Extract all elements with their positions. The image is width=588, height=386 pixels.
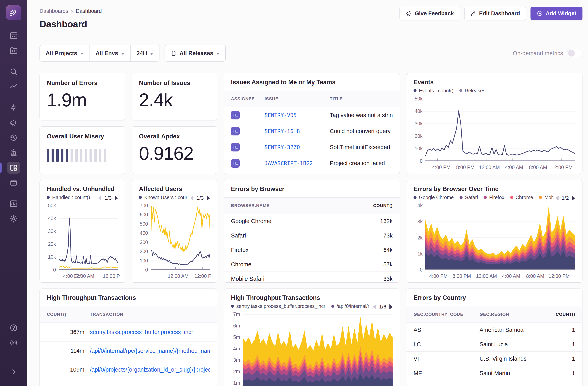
projects-filter[interactable]: All Projects bbox=[40, 45, 89, 61]
legend-dot-icon bbox=[460, 196, 462, 199]
envs-filter[interactable]: All Envs bbox=[89, 45, 130, 61]
assignee-avatar[interactable]: TE bbox=[231, 159, 240, 168]
table-header: geo.country_code geo.region count() bbox=[406, 306, 582, 323]
pager-next-icon[interactable] bbox=[207, 196, 210, 201]
legend-item[interactable]: Chrome bbox=[510, 195, 533, 200]
widget-title: Overall User Misery bbox=[47, 133, 118, 140]
widget-errors-by-country[interactable]: Errors by Country geo.country_code geo.r… bbox=[406, 289, 583, 386]
widget-high-throughput-table[interactable]: High Throughput Transactions count() tra… bbox=[40, 289, 217, 386]
widget-errors-by-browser-over-time[interactable]: Errors by Browser Over Time Google Chrom… bbox=[406, 180, 583, 283]
y-axis-labels: 7006005004003002001000 bbox=[136, 205, 151, 270]
trace-line-icon bbox=[9, 82, 18, 91]
apdex-value: 0.9162 bbox=[139, 143, 210, 163]
legend-dot-icon bbox=[414, 196, 417, 199]
legend-item[interactable]: Handled : count() bbox=[47, 195, 90, 200]
widget-affected-users[interactable]: Affected Users Known Users : cour1/3 700… bbox=[132, 180, 217, 283]
legend-item[interactable]: sentry.tasks.process_buffer.process_incr bbox=[231, 303, 325, 309]
issue-row: TESENTRY-16H8Could not convert query bbox=[224, 123, 400, 139]
sidebar-item-replays[interactable] bbox=[0, 130, 27, 145]
y-axis-labels: 50k40k30k20k10k0 bbox=[44, 205, 59, 270]
assignee-avatar[interactable]: TE bbox=[231, 127, 240, 136]
sidebar-item-help[interactable] bbox=[0, 320, 27, 335]
legend-label: /api/0/internal/r bbox=[337, 303, 369, 309]
legend-dot-icon bbox=[510, 196, 513, 199]
add-widget-button[interactable]: Add Widget bbox=[530, 7, 583, 20]
affected-users-line-chart bbox=[151, 205, 210, 270]
widget-handled-vs-unhandled[interactable]: Handled vs. Unhandled Handled : count()1… bbox=[40, 180, 125, 283]
legend-dot-icon bbox=[331, 305, 334, 308]
sidebar-item-insights[interactable] bbox=[0, 100, 27, 115]
sidebar-item-alerts[interactable] bbox=[0, 145, 27, 160]
pager-text: 1/3 bbox=[197, 195, 204, 200]
widget-issues-assigned[interactable]: Issues Assigned to Me or My Teams Assign… bbox=[224, 73, 400, 174]
transaction-link[interactable]: sentry.tasks.process_buffer.process_incr bbox=[84, 329, 210, 335]
legend-item[interactable]: Known Users : cour bbox=[139, 195, 187, 200]
breadcrumb-dashboards[interactable]: Dashboards bbox=[40, 8, 68, 14]
sidebar-item-feedback[interactable] bbox=[0, 115, 27, 130]
y-axis-labels: 7m6m5m4m3m2m1m0 bbox=[228, 314, 243, 386]
events-line-chart bbox=[425, 99, 575, 161]
legend-item[interactable]: /api/0/internal/r bbox=[331, 303, 369, 309]
issue-link[interactable]: SENTRY-VD5 bbox=[265, 112, 297, 118]
transaction-link[interactable]: /{organization_slug}/ bbox=[84, 385, 210, 386]
sidebar-item-whats-new[interactable] bbox=[0, 335, 27, 350]
ondemand-metrics-toggle[interactable] bbox=[567, 49, 583, 57]
widget-overall-apdex[interactable]: Overall Apdex 0.9162 bbox=[132, 126, 217, 174]
widget-number-of-issues[interactable]: Number of Issues 2.4k bbox=[132, 73, 217, 120]
releases-filter[interactable]: All Releases bbox=[165, 45, 225, 61]
col-count: count() bbox=[47, 312, 84, 317]
sidebar-collapse[interactable] bbox=[0, 364, 27, 379]
pager-prev-icon[interactable] bbox=[555, 196, 559, 201]
sidebar-item-stats[interactable] bbox=[0, 196, 27, 211]
sidebar-item-projects[interactable] bbox=[0, 43, 27, 58]
sidebar-item-releases[interactable] bbox=[0, 175, 27, 190]
widget-title: Errors by Browser bbox=[231, 185, 393, 193]
legend-item[interactable]: Firefox bbox=[484, 195, 504, 200]
transaction-link[interactable]: /api/0/internal/rpc/{service_name}/{meth… bbox=[84, 348, 210, 354]
assignee-avatar[interactable]: TE bbox=[231, 111, 240, 119]
legend-item[interactable]: Google Chrome bbox=[414, 195, 454, 200]
issue-link[interactable]: JAVASCRIPT-1BG2 bbox=[265, 160, 313, 166]
sentry-logo[interactable] bbox=[6, 5, 21, 20]
time-filter[interactable]: 24H bbox=[130, 45, 159, 61]
pager-next-icon[interactable] bbox=[389, 304, 393, 309]
legend-item[interactable]: Events : count() bbox=[414, 88, 453, 93]
chevron-down-icon bbox=[150, 53, 153, 55]
sidebar-item-explore[interactable] bbox=[0, 64, 27, 79]
pager-prev-icon[interactable] bbox=[373, 304, 376, 309]
widget-overall-user-misery[interactable]: Overall User Misery bbox=[40, 126, 125, 174]
issue-link[interactable]: SENTRY-32ZQ bbox=[265, 144, 300, 150]
y-axis-labels: 4k3k2k1k0 bbox=[411, 205, 425, 270]
pager-next-icon[interactable] bbox=[572, 196, 575, 201]
gear-icon bbox=[9, 214, 18, 223]
edit-dashboard-button[interactable]: Edit Dashboard bbox=[464, 7, 526, 20]
inbox-icon bbox=[9, 31, 18, 40]
megaphone-icon bbox=[9, 118, 18, 127]
widget-events-chart[interactable]: Events Events : count()Releases 50k40k30… bbox=[406, 73, 583, 174]
give-feedback-button[interactable]: Give Feedback bbox=[399, 7, 460, 20]
col-browser-name: browser.name bbox=[231, 203, 353, 208]
x-axis-labels: 12:00 AM12:00 P bbox=[155, 271, 210, 282]
sidebar-logo-row bbox=[0, 5, 27, 20]
widget-errors-by-browser[interactable]: Errors by Browser browser.name count() G… bbox=[224, 180, 400, 283]
help-circle-icon bbox=[9, 323, 18, 332]
legend-item[interactable]: Releases bbox=[459, 88, 485, 93]
errors-count-value: 1.9m bbox=[47, 90, 118, 110]
widget-number-of-errors[interactable]: Number of Errors 1.9m bbox=[40, 73, 125, 120]
pager-text: 1/2 bbox=[562, 195, 569, 200]
table-header: browser.name count() bbox=[224, 197, 400, 214]
chevron-down-icon bbox=[80, 53, 84, 55]
sidebar-item-dashboards[interactable] bbox=[0, 160, 27, 175]
widget-high-throughput-chart[interactable]: High Throughput Transactions sentry.task… bbox=[224, 289, 400, 386]
pager-next-icon[interactable] bbox=[115, 196, 118, 201]
sidebar-item-settings[interactable] bbox=[0, 211, 27, 226]
sidebar-item-traces[interactable] bbox=[0, 79, 27, 94]
assignee-avatar[interactable]: TE bbox=[231, 143, 240, 152]
pager-prev-icon[interactable] bbox=[190, 196, 193, 201]
legend-item[interactable]: Safari bbox=[460, 195, 478, 200]
sidebar-item-issues[interactable] bbox=[0, 28, 27, 43]
pager-prev-icon[interactable] bbox=[98, 196, 101, 201]
legend-dot-icon bbox=[539, 196, 542, 199]
issue-link[interactable]: SENTRY-16H8 bbox=[265, 128, 300, 134]
transaction-link[interactable]: /api/0/projects/{organization_id_or_slug… bbox=[84, 366, 210, 373]
